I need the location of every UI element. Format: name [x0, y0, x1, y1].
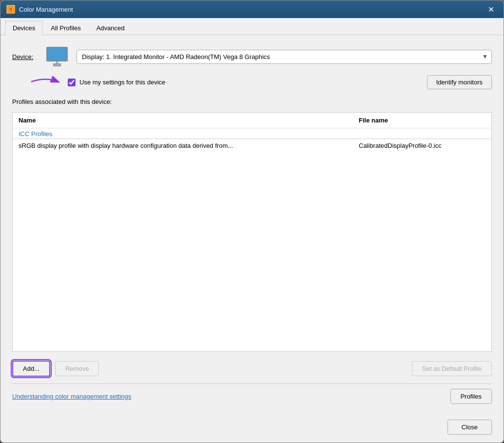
- device-select-wrapper: Display: 1. Integrated Monitor - AMD Rad…: [77, 50, 492, 64]
- titlebar: Color Management ✕: [0, 0, 504, 18]
- profiles-table: Name File name ICC Profiles sRGB display…: [12, 112, 492, 352]
- monitor-icon: [45, 47, 69, 66]
- col-name-header: Name: [19, 117, 359, 124]
- use-settings-label[interactable]: Use my settings for this device: [79, 79, 165, 86]
- checkbox-row: Use my settings for this device: [68, 79, 165, 86]
- app-icon: [6, 5, 15, 14]
- close-row: Close: [0, 416, 504, 443]
- row-profile-filename: CalibratedDisplayProfile-0.icc: [359, 142, 485, 149]
- monitor-screen: [46, 47, 68, 61]
- icc-group-label: ICC Profiles: [13, 128, 491, 139]
- set-default-button[interactable]: Set as Default Profile: [412, 361, 492, 376]
- table-header: Name File name: [13, 113, 491, 128]
- window-title: Color Management: [19, 6, 73, 13]
- understanding-link[interactable]: Understanding color management settings: [12, 393, 131, 400]
- profiles-section-label: Profiles associated with this device:: [12, 98, 492, 105]
- device-select[interactable]: Display: 1. Integrated Monitor - AMD Rad…: [77, 50, 492, 64]
- monitor-base: [53, 63, 61, 66]
- tab-devices[interactable]: Devices: [5, 21, 42, 35]
- col-filename-header: File name: [359, 117, 485, 124]
- tab-bar: Devices All Profiles Advanced: [0, 18, 504, 35]
- profiles-button[interactable]: Profiles: [450, 389, 492, 404]
- monitor-icon-wrapper: [44, 45, 70, 68]
- table-row[interactable]: sRGB display profile with display hardwa…: [13, 139, 491, 152]
- color-management-window: Color Management ✕ Devices All Profiles …: [0, 0, 504, 443]
- titlebar-left: Color Management: [6, 5, 73, 14]
- add-button[interactable]: Add...: [12, 361, 50, 377]
- identify-monitors-button[interactable]: Identify monitors: [427, 75, 492, 89]
- main-content: Device: Display: 1. Integrated Monitor -…: [0, 35, 504, 416]
- close-button[interactable]: ✕: [484, 3, 498, 15]
- row-profile-name: sRGB display profile with display hardwa…: [19, 142, 359, 149]
- action-buttons-row: Add... Remove Set as Default Profile: [12, 359, 492, 377]
- use-settings-checkbox[interactable]: [68, 79, 76, 86]
- remove-button[interactable]: Remove: [55, 361, 99, 376]
- tab-advanced[interactable]: Advanced: [89, 21, 132, 35]
- dialog-close-button[interactable]: Close: [447, 420, 492, 435]
- device-label: Device:: [12, 53, 38, 60]
- tab-all-profiles[interactable]: All Profiles: [43, 21, 88, 35]
- arrow-annotation: [29, 74, 65, 90]
- footer-row: Understanding color management settings …: [12, 383, 492, 406]
- device-row: Device: Display: 1. Integrated Monitor -…: [12, 45, 492, 68]
- checkbox-identify-row: Use my settings for this device Identify…: [68, 75, 492, 89]
- svg-point-1: [9, 8, 12, 11]
